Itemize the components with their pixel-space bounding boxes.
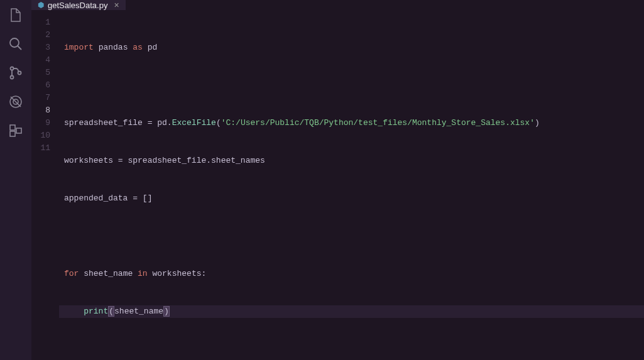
svg-rect-9 — [16, 128, 21, 133]
svg-point-0 — [10, 38, 19, 47]
files-icon[interactable] — [7, 6, 25, 24]
activity-bar — [0, 0, 31, 360]
python-file-icon: ⬢ — [38, 1, 44, 9]
line-number: 10 — [31, 129, 59, 142]
svg-line-1 — [18, 46, 21, 50]
line-number: 9 — [31, 117, 59, 129]
line-number: 6 — [31, 79, 59, 92]
line-number: 5 — [31, 67, 59, 79]
line-number: 11 — [31, 142, 59, 155]
svg-rect-8 — [10, 131, 15, 136]
line-number: 1 — [31, 16, 59, 29]
line-number: 2 — [31, 29, 59, 41]
extensions-icon[interactable] — [7, 122, 25, 139]
line-number: 3 — [31, 41, 59, 54]
line-number-gutter: 1234567891011 — [31, 10, 59, 360]
tab-getsalesdata[interactable]: ⬢ getSalesData.py × — [31, 0, 126, 10]
svg-rect-7 — [10, 125, 15, 130]
source-control-icon[interactable] — [7, 64, 25, 82]
code-content[interactable]: import pandas as pd spreadsheet_file = p… — [59, 10, 644, 360]
line-number: 7 — [31, 92, 59, 104]
tab-filename: getSalesData.py — [48, 1, 107, 10]
svg-point-4 — [18, 72, 21, 75]
svg-point-2 — [11, 67, 14, 70]
debug-icon[interactable] — [7, 93, 25, 111]
search-icon[interactable] — [7, 35, 25, 53]
close-icon[interactable]: × — [114, 0, 119, 10]
line-number: 4 — [31, 54, 59, 67]
main-area: ⬢ getSalesData.py × 1234567891011 import… — [31, 0, 644, 360]
tab-bar: ⬢ getSalesData.py × — [31, 0, 644, 10]
code-editor[interactable]: 1234567891011 import pandas as pd spread… — [31, 10, 644, 360]
svg-point-3 — [11, 76, 14, 79]
line-number: 8 — [31, 104, 59, 117]
